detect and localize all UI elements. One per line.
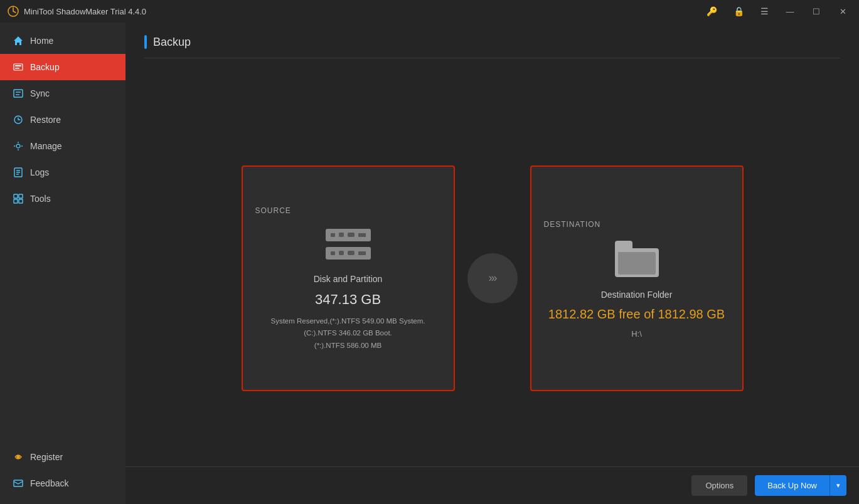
free-total: 1812.98 GB — [658, 307, 725, 321]
svg-rect-4 — [14, 90, 23, 97]
source-label: SOURCE — [255, 206, 291, 215]
sidebar-label-feedback: Feedback — [30, 478, 68, 488]
destination-type: Destination Folder — [601, 290, 673, 300]
source-size: 347.13 GB — [315, 291, 381, 308]
sidebar-label-logs: Logs — [30, 167, 49, 177]
sidebar-label-restore: Restore — [30, 115, 61, 125]
sidebar-item-home[interactable]: Home — [0, 28, 125, 54]
source-icon-area — [323, 227, 373, 261]
app-layout: Home Backup Sync — [0, 23, 859, 504]
tools-icon — [13, 193, 24, 204]
destination-path: H:\ — [631, 329, 642, 339]
source-detail: System Reserved,(*:).NTFS 549.00 MB Syst… — [270, 315, 425, 352]
svg-point-17 — [17, 456, 19, 458]
content-area: Backup SOURCE — [125, 23, 859, 504]
sidebar-item-register[interactable]: Register — [0, 444, 125, 470]
titlebar: MiniTool ShadowMaker Trial 4.4.0 🔑 🔒 ☰ —… — [0, 0, 859, 23]
svg-rect-18 — [14, 480, 23, 486]
app-logo-icon — [8, 6, 19, 17]
titlebar-right: 🔑 🔒 ☰ — ☐ ✕ — [703, 3, 851, 20]
key-icon[interactable]: 🔑 — [703, 4, 721, 19]
backup-now-button[interactable]: Back Up Now — [755, 475, 830, 496]
sidebar-label-tools: Tools — [30, 194, 51, 204]
svg-rect-14 — [19, 194, 23, 198]
svg-rect-13 — [14, 194, 18, 198]
home-icon — [13, 35, 24, 46]
backup-now-dropdown-button[interactable]: ▾ — [830, 475, 846, 496]
register-icon — [13, 451, 24, 463]
sidebar-item-restore[interactable]: Restore — [0, 107, 125, 133]
sidebar-item-backup[interactable]: Backup — [0, 54, 125, 80]
sidebar-label-backup: Backup — [30, 62, 60, 72]
sidebar-item-tools[interactable]: Tools — [0, 186, 125, 212]
sidebar-item-feedback[interactable]: Feedback — [0, 470, 125, 496]
arrow-chevrons-icon: ››› — [489, 271, 496, 285]
menu-icon[interactable]: ☰ — [757, 4, 772, 19]
sync-icon — [13, 88, 24, 99]
destination-card[interactable]: DESTINATION Destination Folder 1812.82 G… — [530, 165, 744, 391]
app-title: MiniTool ShadowMaker Trial 4.4.0 — [24, 7, 146, 16]
backup-icon — [13, 61, 24, 73]
lock-icon[interactable]: 🔒 — [730, 4, 748, 19]
sidebar-item-sync[interactable]: Sync — [0, 80, 125, 107]
arrow-connector: ››› — [467, 253, 518, 303]
sidebar-label-home: Home — [30, 36, 53, 46]
sidebar-bottom: Register Feedback — [0, 444, 125, 504]
svg-rect-15 — [14, 199, 18, 203]
maximize-button[interactable]: ☐ — [808, 3, 825, 20]
svg-rect-3 — [15, 68, 19, 69]
page-title-area: Backup — [144, 35, 840, 58]
svg-rect-16 — [19, 199, 23, 203]
restore-icon — [13, 114, 24, 125]
options-button[interactable]: Options — [691, 475, 747, 496]
cards-area: SOURCE Disk and Partition — [144, 65, 840, 491]
destination-label: DESTINATION — [544, 220, 601, 229]
page-title: Backup — [153, 36, 191, 49]
sidebar-item-logs[interactable]: Logs — [0, 159, 125, 186]
destination-free: 1812.82 GB free of 1812.98 GB — [548, 307, 725, 322]
svg-rect-1 — [14, 64, 23, 70]
close-button[interactable]: ✕ — [834, 3, 851, 20]
sidebar-label-register: Register — [30, 452, 63, 462]
logs-icon — [13, 167, 24, 178]
manage-icon — [13, 140, 24, 152]
backup-now-group: Back Up Now ▾ — [755, 475, 846, 496]
sidebar-item-manage[interactable]: Manage — [0, 133, 125, 159]
titlebar-left: MiniTool ShadowMaker Trial 4.4.0 — [8, 6, 146, 17]
sidebar-label-manage: Manage — [30, 141, 62, 151]
svg-point-8 — [16, 144, 20, 148]
free-prefix: 1812.82 GB free of — [548, 307, 658, 321]
disk-icon — [323, 227, 373, 261]
folder-icon — [615, 241, 659, 277]
bottom-bar: Options Back Up Now ▾ — [125, 466, 859, 504]
sidebar: Home Backup Sync — [0, 23, 125, 504]
minimize-button[interactable]: — — [781, 3, 799, 20]
source-card[interactable]: SOURCE Disk and Partition — [242, 165, 455, 391]
feedback-icon — [13, 478, 24, 489]
source-type: Disk and Partition — [314, 274, 383, 284]
destination-icon-area — [615, 241, 659, 277]
svg-rect-2 — [15, 65, 21, 66]
sidebar-label-sync: Sync — [30, 88, 50, 98]
title-accent — [144, 35, 147, 49]
